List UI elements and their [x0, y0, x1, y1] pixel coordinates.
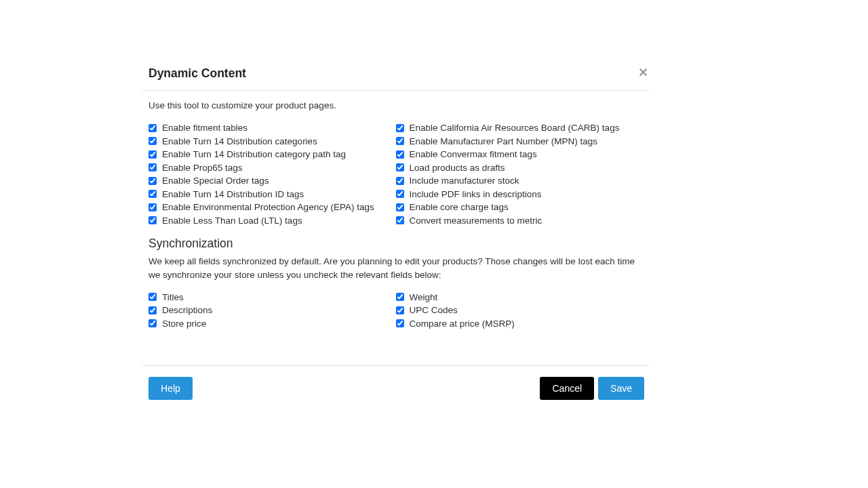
- option-row: Enable Turn 14 Distribution ID tags: [149, 188, 396, 201]
- sync-option-checkbox[interactable]: [396, 293, 404, 301]
- sync-column-left: TitlesDescriptionsStore price: [149, 291, 396, 331]
- sync-column-right: WeightUPC CodesCompare at price (MSRP): [396, 291, 644, 331]
- option-label[interactable]: Enable Turn 14 Distribution ID tags: [162, 188, 304, 201]
- option-checkbox[interactable]: [396, 137, 404, 145]
- sync-option-row: UPC Codes: [396, 304, 644, 317]
- option-row: Enable Special Order tags: [149, 174, 396, 187]
- option-checkbox[interactable]: [396, 150, 404, 159]
- intro-text: Use this tool to customize your product …: [149, 100, 643, 110]
- option-label[interactable]: Enable Convermax fitment tags: [410, 148, 537, 161]
- option-label[interactable]: Enable Turn 14 Distribution categories: [162, 135, 317, 148]
- options-column-left: Enable fitment tablesEnable Turn 14 Dist…: [149, 121, 396, 227]
- option-row: Enable Environmental Protection Agency (…: [149, 201, 396, 214]
- option-label[interactable]: Enable fitment tables: [162, 121, 248, 134]
- sync-option-checkbox[interactable]: [149, 306, 157, 314]
- option-row: Enable Prop65 tags: [149, 161, 396, 174]
- sync-option-row: Descriptions: [149, 304, 396, 317]
- cancel-button[interactable]: Cancel: [540, 377, 594, 400]
- option-row: Enable fitment tables: [149, 121, 396, 134]
- option-row: Enable core charge tags: [396, 201, 644, 214]
- sync-option-checkbox[interactable]: [149, 293, 157, 301]
- sync-description: We keep all fields synchronized by defau…: [149, 255, 643, 281]
- option-label[interactable]: Enable Less Than Load (LTL) tags: [162, 214, 302, 227]
- sync-option-checkbox[interactable]: [396, 306, 404, 314]
- options-column-right: Enable California Air Resources Board (C…: [396, 121, 644, 227]
- option-label[interactable]: Include manufacturer stock: [410, 174, 519, 187]
- close-icon[interactable]: ✕: [637, 66, 650, 79]
- sync-option-label[interactable]: UPC Codes: [410, 304, 458, 317]
- option-checkbox[interactable]: [149, 124, 157, 132]
- option-checkbox[interactable]: [149, 137, 157, 145]
- sync-option-checkbox[interactable]: [149, 319, 157, 327]
- option-row: Enable Manufacturer Part Number (MPN) ta…: [396, 135, 644, 148]
- option-label[interactable]: Enable Prop65 tags: [162, 161, 243, 174]
- option-checkbox[interactable]: [396, 163, 404, 171]
- sync-option-label[interactable]: Descriptions: [162, 304, 212, 317]
- option-row: Enable Convermax fitment tags: [396, 148, 644, 161]
- option-label[interactable]: Enable California Air Resources Board (C…: [410, 121, 620, 134]
- option-label[interactable]: Enable Environmental Protection Agency (…: [162, 201, 374, 214]
- options-grid: Enable fitment tablesEnable Turn 14 Dist…: [149, 121, 643, 227]
- sync-option-label[interactable]: Compare at price (MSRP): [410, 317, 515, 330]
- modal-header: Dynamic Content ✕: [142, 60, 650, 91]
- option-row: Enable Turn 14 Distribution category pat…: [149, 148, 396, 161]
- option-checkbox[interactable]: [396, 216, 404, 224]
- sync-option-label[interactable]: Weight: [410, 291, 438, 304]
- option-checkbox[interactable]: [396, 203, 404, 211]
- option-row: Include PDF links in descriptions: [396, 188, 644, 201]
- option-label[interactable]: Load products as drafts: [410, 161, 505, 174]
- option-label[interactable]: Enable Turn 14 Distribution category pat…: [162, 148, 346, 161]
- save-button[interactable]: Save: [598, 377, 644, 400]
- modal-title: Dynamic Content: [149, 66, 246, 81]
- option-label[interactable]: Enable Special Order tags: [162, 174, 269, 187]
- modal-footer: Help Cancel Save: [142, 365, 650, 405]
- option-label[interactable]: Include PDF links in descriptions: [410, 188, 542, 201]
- option-checkbox[interactable]: [149, 163, 157, 171]
- option-row: Enable Less Than Load (LTL) tags: [149, 214, 396, 227]
- option-checkbox[interactable]: [396, 190, 404, 198]
- option-row: Enable California Air Resources Board (C…: [396, 121, 644, 134]
- option-checkbox[interactable]: [149, 216, 157, 224]
- sync-option-row: Titles: [149, 291, 396, 304]
- sync-option-label[interactable]: Titles: [162, 291, 184, 304]
- sync-option-row: Compare at price (MSRP): [396, 317, 644, 330]
- sync-grid: TitlesDescriptionsStore price WeightUPC …: [149, 291, 643, 331]
- sync-option-label[interactable]: Store price: [162, 317, 206, 330]
- help-button[interactable]: Help: [149, 377, 193, 400]
- dynamic-content-modal: Dynamic Content ✕ Use this tool to custo…: [142, 60, 650, 405]
- option-label[interactable]: Enable core charge tags: [410, 201, 509, 214]
- option-checkbox[interactable]: [149, 203, 157, 211]
- option-checkbox[interactable]: [396, 124, 404, 132]
- option-label[interactable]: Convert measurements to metric: [410, 214, 542, 227]
- option-row: Enable Turn 14 Distribution categories: [149, 135, 396, 148]
- option-checkbox[interactable]: [149, 150, 157, 159]
- option-checkbox[interactable]: [149, 190, 157, 198]
- option-checkbox[interactable]: [149, 177, 157, 185]
- option-row: Convert measurements to metric: [396, 214, 644, 227]
- option-row: Load products as drafts: [396, 161, 644, 174]
- option-label[interactable]: Enable Manufacturer Part Number (MPN) ta…: [410, 135, 598, 148]
- sync-option-checkbox[interactable]: [396, 319, 404, 327]
- sync-heading: Synchronization: [149, 237, 643, 251]
- footer-actions: Cancel Save: [540, 377, 644, 400]
- option-checkbox[interactable]: [396, 177, 404, 185]
- sync-option-row: Weight: [396, 291, 644, 304]
- option-row: Include manufacturer stock: [396, 174, 644, 187]
- modal-body: Use this tool to customize your product …: [142, 91, 650, 333]
- sync-option-row: Store price: [149, 317, 396, 330]
